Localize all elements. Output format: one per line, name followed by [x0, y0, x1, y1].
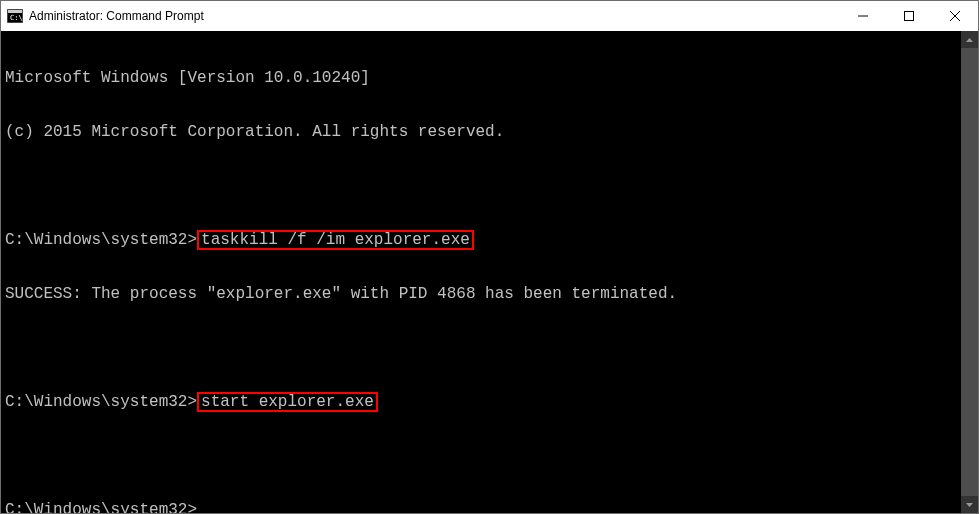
maximize-button[interactable] — [886, 1, 932, 30]
vertical-scrollbar[interactable] — [961, 31, 978, 513]
window-controls — [840, 1, 978, 30]
terminal-line — [5, 339, 957, 357]
window-title: Administrator: Command Prompt — [29, 9, 204, 23]
terminal-line: SUCCESS: The process "explorer.exe" with… — [5, 285, 957, 303]
terminal-line: C:\Windows\system32> — [5, 501, 957, 513]
cmd-icon: C:\ — [7, 8, 23, 24]
terminal-area: Microsoft Windows [Version 10.0.10240] (… — [1, 31, 978, 513]
terminal-line — [5, 447, 957, 465]
highlighted-command: start explorer.exe — [197, 392, 378, 412]
svg-marker-8 — [966, 503, 973, 507]
scrollbar-track[interactable] — [961, 48, 978, 496]
close-button[interactable] — [932, 1, 978, 30]
scroll-down-button[interactable] — [961, 496, 978, 513]
scrollbar-thumb[interactable] — [961, 48, 978, 496]
terminal-line: (c) 2015 Microsoft Corporation. All righ… — [5, 123, 957, 141]
prompt: C:\Windows\system32> — [5, 231, 197, 249]
command-prompt-window: C:\ Administrator: Command Prompt Micros… — [0, 0, 979, 514]
terminal-line: C:\Windows\system32>taskkill /f /im expl… — [5, 231, 957, 249]
minimize-button[interactable] — [840, 1, 886, 30]
terminal-line — [5, 177, 957, 195]
svg-rect-1 — [8, 10, 22, 13]
titlebar[interactable]: C:\ Administrator: Command Prompt — [1, 1, 978, 31]
svg-rect-4 — [905, 11, 914, 20]
highlighted-command: taskkill /f /im explorer.exe — [197, 230, 474, 250]
prompt: C:\Windows\system32> — [5, 393, 197, 411]
terminal-content[interactable]: Microsoft Windows [Version 10.0.10240] (… — [1, 31, 961, 513]
terminal-line: C:\Windows\system32>start explorer.exe — [5, 393, 957, 411]
terminal-line: Microsoft Windows [Version 10.0.10240] — [5, 69, 957, 87]
svg-text:C:\: C:\ — [10, 14, 23, 22]
svg-marker-7 — [966, 38, 973, 42]
scroll-up-button[interactable] — [961, 31, 978, 48]
